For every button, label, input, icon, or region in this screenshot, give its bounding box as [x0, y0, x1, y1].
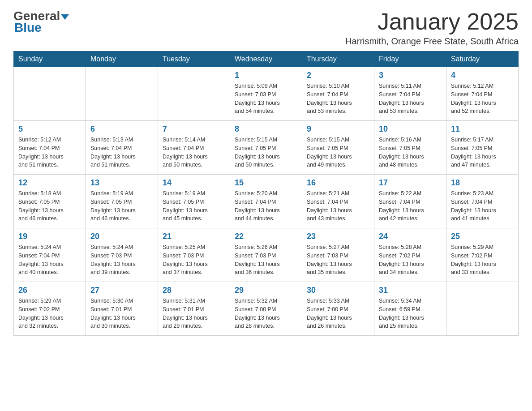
day-number: 3: [379, 71, 442, 80]
day-number: 18: [451, 178, 514, 188]
calendar-cell: [14, 67, 86, 121]
weekday-header-monday: Monday: [86, 51, 158, 67]
day-info: Sunrise: 5:26 AM Sunset: 7:03 PM Dayligh…: [235, 243, 297, 277]
calendar-cell: 4Sunrise: 5:12 AM Sunset: 7:04 PM Daylig…: [446, 67, 518, 121]
day-info: Sunrise: 5:23 AM Sunset: 7:04 PM Dayligh…: [451, 189, 514, 223]
day-number: 25: [451, 232, 514, 241]
day-info: Sunrise: 5:12 AM Sunset: 7:04 PM Dayligh…: [18, 136, 81, 169]
calendar-cell: 7Sunrise: 5:14 AM Sunset: 7:04 PM Daylig…: [158, 121, 230, 175]
weekday-header-sunday: Sunday: [14, 51, 86, 67]
calendar-cell: 17Sunrise: 5:22 AM Sunset: 7:04 PM Dayli…: [374, 175, 446, 228]
day-info: Sunrise: 5:28 AM Sunset: 7:02 PM Dayligh…: [379, 243, 442, 277]
day-info: Sunrise: 5:24 AM Sunset: 7:04 PM Dayligh…: [18, 243, 81, 277]
day-number: 30: [307, 286, 369, 295]
weekday-header-thursday: Thursday: [302, 51, 374, 67]
calendar-week-row: 19Sunrise: 5:24 AM Sunset: 7:04 PM Dayli…: [14, 228, 519, 282]
day-number: 6: [90, 124, 153, 134]
weekday-header-saturday: Saturday: [446, 51, 518, 67]
weekday-header-friday: Friday: [374, 51, 446, 67]
day-info: Sunrise: 5:11 AM Sunset: 7:04 PM Dayligh…: [379, 82, 442, 116]
calendar-cell: 2Sunrise: 5:10 AM Sunset: 7:04 PM Daylig…: [302, 67, 374, 121]
day-info: Sunrise: 5:19 AM Sunset: 7:05 PM Dayligh…: [163, 189, 225, 223]
calendar-cell: 29Sunrise: 5:32 AM Sunset: 7:00 PM Dayli…: [230, 282, 302, 336]
calendar-cell: 3Sunrise: 5:11 AM Sunset: 7:04 PM Daylig…: [374, 67, 446, 121]
calendar-cell: 9Sunrise: 5:15 AM Sunset: 7:05 PM Daylig…: [302, 121, 374, 175]
day-number: 10: [379, 124, 442, 134]
calendar-cell: [446, 282, 518, 336]
calendar-table: SundayMondayTuesdayWednesdayThursdayFrid…: [13, 51, 519, 336]
logo-triangle-icon: [61, 14, 69, 20]
day-info: Sunrise: 5:12 AM Sunset: 7:04 PM Dayligh…: [451, 82, 514, 116]
day-number: 26: [18, 286, 81, 295]
day-number: 27: [90, 286, 153, 295]
day-number: 14: [163, 178, 225, 188]
page-header: General Blue January 2025 Harrismith, Or…: [13, 9, 519, 47]
calendar-cell: 18Sunrise: 5:23 AM Sunset: 7:04 PM Dayli…: [446, 175, 518, 228]
day-info: Sunrise: 5:29 AM Sunset: 7:02 PM Dayligh…: [18, 297, 81, 330]
calendar-cell: 6Sunrise: 5:13 AM Sunset: 7:04 PM Daylig…: [86, 121, 158, 175]
day-info: Sunrise: 5:25 AM Sunset: 7:03 PM Dayligh…: [163, 243, 225, 277]
day-number: 16: [307, 178, 369, 188]
day-info: Sunrise: 5:22 AM Sunset: 7:04 PM Dayligh…: [379, 189, 442, 223]
day-number: 22: [235, 232, 297, 241]
calendar-cell: 14Sunrise: 5:19 AM Sunset: 7:05 PM Dayli…: [158, 175, 230, 228]
calendar-week-row: 1Sunrise: 5:09 AM Sunset: 7:03 PM Daylig…: [14, 67, 519, 121]
day-number: 13: [90, 178, 153, 188]
calendar-cell: 21Sunrise: 5:25 AM Sunset: 7:03 PM Dayli…: [158, 228, 230, 282]
day-info: Sunrise: 5:16 AM Sunset: 7:05 PM Dayligh…: [379, 136, 442, 169]
day-number: 20: [90, 232, 153, 241]
day-info: Sunrise: 5:30 AM Sunset: 7:01 PM Dayligh…: [90, 297, 153, 330]
calendar-week-row: 12Sunrise: 5:18 AM Sunset: 7:05 PM Dayli…: [14, 175, 519, 228]
day-info: Sunrise: 5:34 AM Sunset: 6:59 PM Dayligh…: [379, 297, 442, 330]
day-number: 2: [307, 71, 369, 80]
day-info: Sunrise: 5:17 AM Sunset: 7:05 PM Dayligh…: [451, 136, 514, 169]
logo-blue-text: Blue: [14, 21, 69, 35]
calendar-cell: [86, 67, 158, 121]
calendar-cell: 30Sunrise: 5:33 AM Sunset: 7:00 PM Dayli…: [302, 282, 374, 336]
calendar-cell: 31Sunrise: 5:34 AM Sunset: 6:59 PM Dayli…: [374, 282, 446, 336]
day-info: Sunrise: 5:09 AM Sunset: 7:03 PM Dayligh…: [235, 82, 297, 116]
day-number: 7: [163, 124, 225, 134]
location-title: Harrismith, Orange Free State, South Afr…: [345, 36, 519, 47]
day-number: 23: [307, 232, 369, 241]
calendar-cell: 1Sunrise: 5:09 AM Sunset: 7:03 PM Daylig…: [230, 67, 302, 121]
day-info: Sunrise: 5:33 AM Sunset: 7:00 PM Dayligh…: [307, 297, 369, 330]
day-number: 21: [163, 232, 225, 241]
calendar-cell: 15Sunrise: 5:20 AM Sunset: 7:04 PM Dayli…: [230, 175, 302, 228]
day-number: 24: [379, 232, 442, 241]
calendar-week-row: 26Sunrise: 5:29 AM Sunset: 7:02 PM Dayli…: [14, 282, 519, 336]
calendar-week-row: 5Sunrise: 5:12 AM Sunset: 7:04 PM Daylig…: [14, 121, 519, 175]
day-info: Sunrise: 5:19 AM Sunset: 7:05 PM Dayligh…: [90, 189, 153, 223]
day-info: Sunrise: 5:21 AM Sunset: 7:04 PM Dayligh…: [307, 189, 369, 223]
calendar-cell: 27Sunrise: 5:30 AM Sunset: 7:01 PM Dayli…: [86, 282, 158, 336]
calendar-cell: 10Sunrise: 5:16 AM Sunset: 7:05 PM Dayli…: [374, 121, 446, 175]
calendar-cell: 22Sunrise: 5:26 AM Sunset: 7:03 PM Dayli…: [230, 228, 302, 282]
calendar-cell: 24Sunrise: 5:28 AM Sunset: 7:02 PM Dayli…: [374, 228, 446, 282]
day-number: 29: [235, 286, 297, 295]
calendar-cell: 16Sunrise: 5:21 AM Sunset: 7:04 PM Dayli…: [302, 175, 374, 228]
day-info: Sunrise: 5:15 AM Sunset: 7:05 PM Dayligh…: [235, 136, 297, 169]
calendar-cell: 23Sunrise: 5:27 AM Sunset: 7:03 PM Dayli…: [302, 228, 374, 282]
day-info: Sunrise: 5:20 AM Sunset: 7:04 PM Dayligh…: [235, 189, 297, 223]
day-info: Sunrise: 5:14 AM Sunset: 7:04 PM Dayligh…: [163, 136, 225, 169]
day-info: Sunrise: 5:27 AM Sunset: 7:03 PM Dayligh…: [307, 243, 369, 277]
day-info: Sunrise: 5:13 AM Sunset: 7:04 PM Dayligh…: [90, 136, 153, 169]
calendar-cell: 19Sunrise: 5:24 AM Sunset: 7:04 PM Dayli…: [14, 228, 86, 282]
day-number: 15: [235, 178, 297, 188]
day-number: 28: [163, 286, 225, 295]
day-number: 31: [379, 286, 442, 295]
day-number: 11: [451, 124, 514, 134]
logo: General Blue: [13, 9, 69, 35]
calendar-cell: 20Sunrise: 5:24 AM Sunset: 7:03 PM Dayli…: [86, 228, 158, 282]
day-number: 19: [18, 232, 81, 241]
weekday-header-tuesday: Tuesday: [158, 51, 230, 67]
day-info: Sunrise: 5:29 AM Sunset: 7:02 PM Dayligh…: [451, 243, 514, 277]
day-info: Sunrise: 5:31 AM Sunset: 7:01 PM Dayligh…: [163, 297, 225, 330]
calendar-cell: 12Sunrise: 5:18 AM Sunset: 7:05 PM Dayli…: [14, 175, 86, 228]
day-number: 12: [18, 178, 81, 188]
calendar-cell: 11Sunrise: 5:17 AM Sunset: 7:05 PM Dayli…: [446, 121, 518, 175]
day-info: Sunrise: 5:24 AM Sunset: 7:03 PM Dayligh…: [90, 243, 153, 277]
day-number: 17: [379, 178, 442, 188]
day-number: 9: [307, 124, 369, 134]
calendar-cell: 13Sunrise: 5:19 AM Sunset: 7:05 PM Dayli…: [86, 175, 158, 228]
